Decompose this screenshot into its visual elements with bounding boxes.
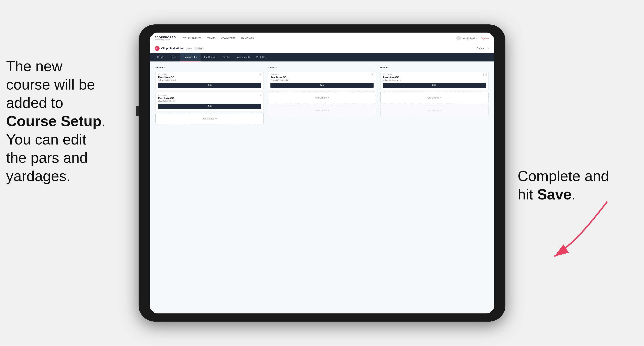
round-2-label: Round 2 (268, 66, 376, 69)
nav-right: blair@clippd.io | Sign out (456, 36, 489, 40)
round-3-course-a-name: Peachtree GC (383, 76, 486, 79)
add-course-label: Add Course (202, 117, 214, 120)
user-email: blair@clippd.io (462, 37, 477, 39)
round-2-add-icon: + (328, 96, 329, 99)
sign-out-link[interactable]: Sign out (481, 37, 489, 39)
top-nav: SCOREBOARD Powered by clippd TOURNAMENTS… (150, 32, 494, 44)
annotation-left-text: The newcourse will beadded toCourse Setu… (6, 58, 106, 184)
round-1-course-b-name: East Lake GC (158, 97, 261, 100)
round-2-add-course-button[interactable]: Add Course + (268, 92, 376, 103)
round-1-course-a-delete-button[interactable]: ✕ (258, 73, 262, 76)
hosting-badge: Hosting (194, 47, 204, 50)
close-icon[interactable]: ✕ (487, 47, 489, 50)
tab-details[interactable]: Details (154, 53, 167, 61)
round-1-course-a-card: ✕ (Course A) Peachtree GC Yellow (M) (66… (156, 71, 264, 90)
nav-committee[interactable]: COMMITTEE (221, 37, 236, 39)
round-3-label: Round 3 (380, 66, 488, 69)
brand-subtitle: Powered by clippd (155, 39, 176, 41)
tab-bar: Details Teams Course Setup Tee Groups Re… (150, 53, 494, 61)
round-1-course-b-label: (Course B) (158, 94, 261, 96)
tournament-logo: C (155, 46, 160, 51)
tournament-name: Clippd Invitational (161, 47, 184, 50)
round-1-course-b-card: ✕ (Course B) East Lake GC Black (M) (689… (156, 92, 264, 111)
nav-tournaments[interactable]: TOURNAMENTS (183, 37, 202, 39)
nav-separator: | (479, 37, 480, 39)
tab-teams[interactable]: Teams (167, 53, 180, 61)
round-1-column: Round 1 ✕ (Course A) Peachtree GC Yellow… (156, 66, 264, 126)
round-3-course-a-label: (Course A) (383, 73, 486, 75)
main-content: Round 1 ✕ (Course A) Peachtree GC Yellow… (150, 61, 494, 314)
annotation-left: The newcourse will beadded toCourse Setu… (6, 57, 136, 185)
tab-results[interactable]: Results (219, 53, 233, 61)
round-2-course-a-label: (Course A) (270, 73, 373, 75)
user-avatar (456, 36, 461, 40)
brand: SCOREBOARD Powered by clippd (155, 36, 176, 41)
tab-leaderboards[interactable]: Leaderboards (233, 53, 253, 61)
round-2-add-course-disabled-button: Add Course + (268, 105, 376, 116)
annotation-right: Complete andhit Save. (518, 167, 632, 203)
round-3-course-a-details: Yellow (M) (6629 yds) (383, 79, 486, 81)
round-1-label: Round 1 (156, 66, 264, 69)
tablet-device: SCOREBOARD Powered by clippd TOURNAMENTS… (138, 24, 506, 322)
round-3-column: Round 3 ✕ (Course A) Peachtree GC Yellow… (380, 66, 488, 126)
round-2-course-a-details: Yellow (M) (6629 yds) (270, 79, 373, 81)
round-3-add-course-disabled-label: Add Course (427, 109, 439, 112)
round-3-add-icon-2: + (440, 109, 442, 112)
tab-printables[interactable]: Printables (253, 53, 270, 61)
sub-header: C Clippd Invitational (Men) Hosting Canc… (150, 44, 494, 53)
round-1-course-a-name: Peachtree GC (158, 76, 261, 79)
tablet-screen: SCOREBOARD Powered by clippd TOURNAMENTS… (150, 32, 494, 314)
rounds-grid: Round 1 ✕ (Course A) Peachtree GC Yellow… (156, 66, 488, 126)
round-1-course-b-edit-button[interactable]: Edit (158, 104, 261, 109)
round-1-course-b-delete-button[interactable]: ✕ (258, 94, 262, 97)
round-3-add-course-label: Add Course (427, 96, 439, 99)
logo-letter: C (156, 47, 158, 50)
nav-teams[interactable]: TEAMS (207, 37, 216, 39)
tablet-side-button (136, 106, 138, 116)
cancel-button[interactable]: Cancel (477, 47, 484, 50)
round-3-add-course-disabled-button: Add Course + (380, 105, 488, 116)
add-icon: + (215, 117, 217, 120)
round-3-course-a-card: ✕ (Course A) Peachtree GC Yellow (M) (66… (380, 71, 488, 90)
brand-title: SCOREBOARD (155, 36, 176, 39)
round-2-course-a-name: Peachtree GC (270, 76, 373, 79)
sub-header-right: Cancel ✕ (477, 47, 489, 50)
tab-course-setup[interactable]: Course Setup (180, 53, 200, 61)
arrow-right-icon (542, 195, 620, 265)
round-3-add-icon: + (440, 96, 442, 99)
round-2-column: Round 2 ✕ (Course A) Peachtree GC Yellow… (268, 66, 376, 126)
round-1-add-course-button[interactable]: Add Course + (156, 113, 264, 124)
nav-rankings[interactable]: RANKINGS (241, 37, 254, 39)
round-1-course-a-details: Yellow (M) (6629 yds) (158, 79, 261, 81)
round-3-course-a-delete-button[interactable]: ✕ (484, 73, 487, 76)
round-3-course-a-edit-button[interactable]: Edit (383, 83, 486, 88)
tournament-gender: (Men) (186, 47, 192, 50)
round-1-course-a-label: (Course A) (158, 73, 261, 75)
round-2-course-a-edit-button[interactable]: Edit (270, 83, 373, 88)
round-1-course-a-edit-button[interactable]: Edit (158, 83, 261, 88)
round-2-add-course-label: Add Course (315, 96, 327, 99)
round-1-course-b-details: Black (M) (6891 yds) (158, 100, 261, 102)
tab-tee-groups[interactable]: Tee Groups (200, 53, 219, 61)
round-3-add-course-button[interactable]: Add Course + (380, 92, 488, 103)
round-2-add-icon-2: + (328, 109, 329, 112)
round-2-add-course-disabled-label: Add Course (315, 109, 327, 112)
round-2-course-a-delete-button[interactable]: ✕ (371, 73, 374, 76)
nav-links: TOURNAMENTS TEAMS COMMITTEE RANKINGS (183, 37, 456, 39)
annotation-right-text: Complete andhit Save. (518, 168, 609, 202)
round-2-course-a-card: ✕ (Course A) Peachtree GC Yellow (M) (66… (268, 71, 376, 90)
